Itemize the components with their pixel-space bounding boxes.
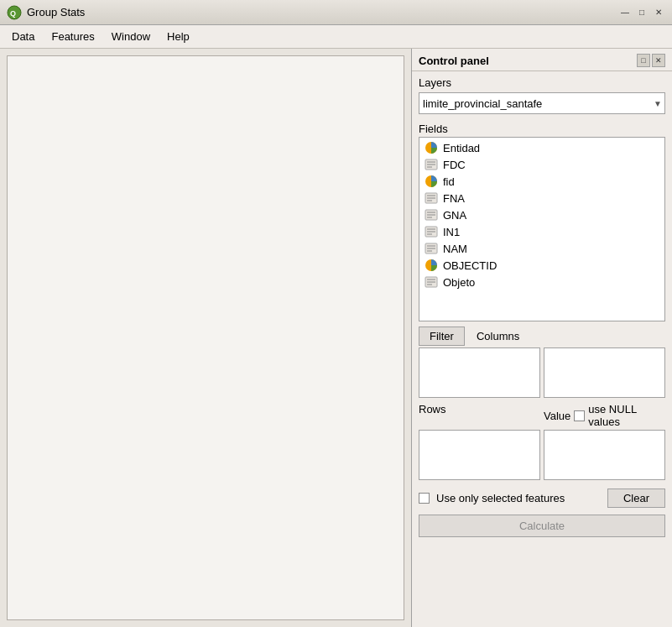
menu-help[interactable]: Help [159, 27, 198, 46]
layer-select[interactable]: limite_provincial_santafe [419, 92, 665, 114]
calculate-button[interactable]: Calculate [419, 515, 665, 537]
list-item[interactable]: OBJECTID [419, 257, 664, 274]
filter-columns-section: Filter Columns [412, 321, 672, 347]
value-label: Value [544, 410, 570, 422]
use-only-selected-checkbox[interactable] [419, 493, 430, 504]
field-name: NAM [443, 243, 467, 255]
filter-button[interactable]: Filter [419, 327, 465, 346]
text-field-icon [425, 158, 438, 171]
list-item[interactable]: FNA [419, 190, 664, 206]
bottom-section: Use only selected features Clear Calcula… [412, 485, 672, 537]
panel-collapse-button[interactable]: □ [637, 54, 650, 67]
field-name: FNA [443, 192, 465, 205]
use-only-selected-label: Use only selected features [436, 492, 565, 504]
fields-list: Entidad FDC [419, 138, 664, 321]
value-drop-box[interactable] [544, 430, 665, 480]
text-field-icon [425, 208, 438, 222]
layer-select-wrapper: limite_provincial_santafe ▼ [419, 92, 665, 114]
pie-chart-icon [425, 175, 438, 188]
fields-list-container: Entidad FDC [419, 137, 665, 321]
rows-label: Rows [419, 403, 540, 428]
menu-features[interactable]: Features [43, 27, 102, 46]
text-field-icon [425, 275, 438, 289]
fields-label: Fields [412, 119, 672, 137]
list-item[interactable]: IN1 [419, 223, 664, 240]
canvas-area [0, 49, 412, 627]
pie-chart-icon [425, 141, 438, 154]
control-panel: Control panel □ ✕ Layers limite_provinci… [412, 49, 672, 627]
titlebar-title: Group Stats [27, 6, 85, 18]
field-name: Objeto [443, 276, 475, 289]
rows-value-dropboxes [412, 430, 672, 483]
selected-clear-row: Use only selected features Clear [419, 485, 665, 511]
list-item[interactable]: Entidad [419, 139, 664, 156]
panel-close-button[interactable]: ✕ [652, 54, 665, 67]
menu-data[interactable]: Data [3, 27, 43, 46]
columns-label: Columns [468, 327, 519, 342]
pie-chart-icon [425, 259, 438, 272]
rows-value-labels: Rows Value use NULL values [412, 401, 672, 430]
list-item[interactable]: NAM [419, 240, 664, 257]
field-name: Entidad [443, 142, 480, 154]
menu-window[interactable]: Window [103, 27, 159, 46]
titlebar-controls: — □ ✕ [618, 6, 665, 19]
list-item[interactable]: FDC [419, 156, 664, 173]
use-null-checkbox[interactable] [574, 410, 585, 421]
field-name: IN1 [443, 226, 460, 238]
value-section: Value use NULL values [544, 403, 665, 428]
field-name: FDC [443, 159, 466, 171]
titlebar: Q Group Stats — □ ✕ [0, 0, 672, 25]
panel-header-buttons: □ ✕ [637, 54, 665, 67]
field-name: GNA [443, 209, 466, 222]
filter-columns-dropboxes [412, 347, 672, 401]
use-null-label: use NULL values [588, 403, 665, 428]
field-name: fid [443, 175, 455, 188]
text-field-icon [425, 225, 438, 238]
text-field-icon [425, 242, 438, 255]
rows-drop-box[interactable] [419, 430, 540, 480]
list-item[interactable]: fid [419, 173, 664, 190]
filter-drop-box[interactable] [419, 347, 540, 398]
close-button[interactable]: ✕ [652, 6, 665, 19]
clear-button[interactable]: Clear [607, 489, 665, 508]
menubar: Data Features Window Help [0, 25, 672, 49]
list-item[interactable]: GNA [419, 206, 664, 223]
layers-label: Layers [412, 71, 672, 92]
titlebar-left: Q Group Stats [7, 5, 85, 20]
field-name: OBJECTID [443, 259, 497, 272]
text-field-icon [425, 191, 438, 205]
layer-select-container: limite_provincial_santafe ▼ [412, 92, 672, 119]
main-content: Control panel □ ✕ Layers limite_provinci… [0, 49, 672, 627]
panel-title: Control panel [419, 55, 489, 67]
list-item[interactable]: Objeto [419, 274, 664, 290]
svg-text:Q: Q [10, 9, 16, 18]
qgis-logo-icon: Q [7, 5, 22, 20]
panel-header: Control panel □ ✕ [412, 49, 672, 71]
maximize-button[interactable]: □ [635, 6, 649, 19]
minimize-button[interactable]: — [618, 6, 632, 19]
columns-drop-box[interactable] [544, 347, 665, 398]
canvas-inner [7, 55, 404, 620]
